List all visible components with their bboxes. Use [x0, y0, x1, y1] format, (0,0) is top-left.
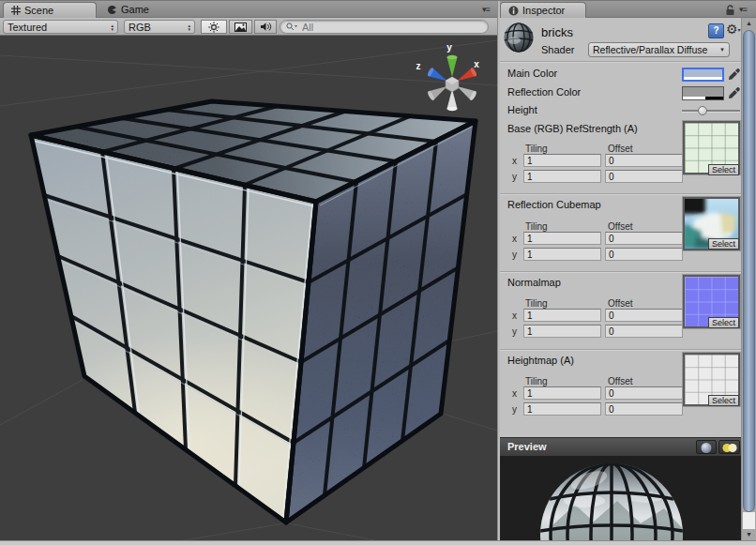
section-label: Heightmap (A)	[507, 355, 574, 366]
shader-dropdown[interactable]: Reflective/Parallax Diffuse ▼	[588, 42, 730, 57]
y-row-label: y	[512, 404, 517, 415]
scene-viewport[interactable]: y x z	[0, 36, 497, 540]
section-label: Reflection Cubemap	[507, 199, 601, 210]
scrollbar-up-arrow[interactable]: ▲	[742, 18, 756, 29]
select-texture-button[interactable]: Select	[708, 395, 739, 406]
image-icon	[234, 23, 247, 32]
select-texture-button[interactable]: Select	[708, 317, 739, 328]
speaker-icon	[260, 22, 272, 32]
scene-skybox-toggle[interactable]	[229, 20, 252, 34]
offset-x-input[interactable]	[605, 309, 683, 322]
gizmo-x-label: x	[474, 59, 479, 69]
tiling-x-input[interactable]	[523, 309, 601, 322]
scrollbar-thumb[interactable]	[743, 30, 755, 512]
tab-inspector-label: Inspector	[522, 5, 565, 16]
section-label: Base (RGB) RefStrength (A)	[507, 123, 638, 134]
offset-y-input[interactable]	[605, 402, 683, 416]
select-texture-button[interactable]: Select	[708, 238, 739, 250]
section-label: Normalmap	[507, 277, 561, 288]
separator	[500, 193, 741, 195]
tab-scene-label: Scene	[24, 5, 53, 16]
glass-noise	[31, 101, 476, 522]
separator	[500, 271, 741, 273]
search-icon	[286, 23, 297, 31]
gizmo-neg-axis-cone[interactable]	[447, 89, 458, 111]
tiling-x-input[interactable]	[523, 232, 601, 245]
scene-tabbar: Scene Game ▾≡	[0, 1, 497, 18]
game-icon	[107, 5, 117, 15]
height-label: Height	[507, 104, 537, 115]
scrollbar-down-arrow[interactable]: ▼	[742, 529, 756, 540]
gizmo-z-label: z	[416, 61, 421, 71]
tiling-y-input[interactable]	[523, 248, 601, 261]
x-row-label: x	[512, 388, 517, 399]
offset-header: Offset	[608, 221, 633, 232]
tab-game[interactable]: Game	[101, 2, 155, 17]
shader-value: Reflective/Parallax Diffuse	[593, 44, 707, 55]
offset-header: Offset	[608, 298, 633, 309]
offset-y-input[interactable]	[605, 170, 683, 183]
preview-header[interactable]: Preview	[500, 437, 741, 456]
select-texture-button[interactable]: Select	[708, 164, 739, 175]
height-slider[interactable]	[682, 105, 740, 116]
offset-x-input[interactable]	[605, 154, 683, 167]
y-row-label: y	[512, 326, 517, 337]
dropdown-arrows-icon: ▴▾	[111, 23, 113, 31]
scene-audio-toggle[interactable]	[254, 20, 277, 34]
gear-icon[interactable]: ⚙▾	[726, 22, 741, 37]
tiling-x-input[interactable]	[523, 386, 601, 400]
reflection-color-label: Reflection Color	[507, 86, 581, 98]
texture-section-cubemap: Reflection Cubemap Tiling Offset	[500, 199, 741, 271]
preview-mesh-button[interactable]	[696, 440, 717, 454]
draw-mode-value: Textured	[8, 22, 47, 33]
scene-pane-menu-icon[interactable]: ▾≡	[482, 6, 490, 14]
eyedropper-icon[interactable]	[728, 68, 741, 81]
color-mode-value: RGB	[129, 22, 151, 33]
reflection-color-swatch[interactable]	[682, 86, 724, 100]
gizmo-y-axis[interactable]	[447, 55, 458, 77]
slider-track	[682, 110, 740, 113]
texture-section-normalmap: Normalmap Tiling Offset x y Select	[500, 277, 741, 349]
help-icon[interactable]: ?	[708, 23, 724, 38]
sun-icon	[208, 22, 219, 33]
cube-object[interactable]	[31, 101, 476, 540]
tiling-x-input[interactable]	[523, 154, 601, 167]
color-mode-dropdown[interactable]: RGB ▴▾	[124, 20, 195, 34]
chevron-down-icon: ▼	[719, 47, 725, 53]
shader-label: Shader	[541, 44, 574, 55]
offset-header: Offset	[608, 144, 633, 154]
offset-x-input[interactable]	[605, 386, 683, 400]
lock-icon[interactable]	[725, 5, 735, 16]
texture-section-base: Base (RGB) RefStrength (A) Tiling Offset…	[500, 123, 741, 193]
inspector-scrollbar[interactable]: ▲ ▼	[741, 18, 756, 540]
inspector-tabbar: Inspector ▾≡	[500, 1, 756, 18]
material-preview-area[interactable]	[500, 456, 741, 540]
tab-scene[interactable]: Scene	[3, 2, 97, 18]
offset-y-input[interactable]	[605, 248, 683, 261]
x-row-label: x	[512, 310, 517, 321]
slider-thumb[interactable]	[698, 106, 707, 115]
search-input[interactable]	[300, 21, 463, 34]
tiling-y-input[interactable]	[523, 170, 601, 183]
scene-lighting-toggle[interactable]	[201, 20, 227, 34]
tab-inspector[interactable]: Inspector	[500, 2, 586, 18]
texture-section-heightmap: Heightmap (A) Tiling Offset x y Select	[500, 355, 741, 427]
inspector-menu-icon[interactable]: ▾≡	[739, 6, 747, 14]
gizmo-y-label: y	[446, 42, 452, 53]
eyedropper-icon[interactable]	[728, 86, 741, 99]
preview-lighting-button[interactable]	[718, 440, 740, 454]
tiling-y-input[interactable]	[523, 325, 601, 338]
main-color-swatch[interactable]	[682, 68, 724, 82]
tiling-header: Tiling	[525, 298, 548, 309]
scene-orientation-gizmo[interactable]: y x z	[416, 42, 480, 111]
offset-x-input[interactable]	[605, 232, 683, 245]
tiling-y-input[interactable]	[523, 402, 601, 416]
sphere-icon	[697, 442, 716, 454]
scene-3d-canvas: y x z	[0, 36, 497, 540]
offset-y-input[interactable]	[605, 325, 683, 338]
draw-mode-dropdown[interactable]: Textured ▴▾	[3, 20, 118, 34]
scrollbar-track-lower[interactable]	[743, 512, 755, 529]
tiling-header: Tiling	[525, 376, 548, 386]
scene-search-field[interactable]	[280, 20, 489, 34]
lights-icon	[719, 442, 739, 454]
